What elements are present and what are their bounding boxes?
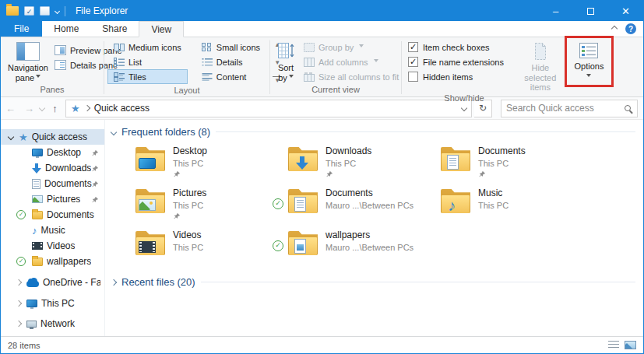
sidebar-item-documents-synced[interactable]: ✓ Documents xyxy=(1,207,104,223)
group-by-button[interactable]: Group by xyxy=(300,40,403,54)
qat-new-folder-button[interactable] xyxy=(40,6,50,16)
tab-share[interactable]: Share xyxy=(90,21,139,37)
small-icons-label: Small icons xyxy=(216,43,260,52)
layout-details-button[interactable]: Details xyxy=(195,54,266,69)
address-dropdown-chevron-icon[interactable] xyxy=(461,105,467,111)
navigation-pane-label2: pane xyxy=(16,73,34,82)
options-icon xyxy=(579,42,599,59)
caption-buttons: – ✕ xyxy=(538,1,643,21)
sort-by-icon xyxy=(277,42,294,61)
search-icon[interactable] xyxy=(625,105,631,111)
layout-medium-icons-button[interactable]: Medium icons xyxy=(107,40,188,54)
tab-view[interactable]: View xyxy=(139,21,184,37)
tile-name: Videos xyxy=(173,230,203,242)
layout-tiles-button[interactable]: Tiles xyxy=(107,69,188,84)
status-bar: 28 items xyxy=(1,336,643,353)
expander-right-icon[interactable] xyxy=(16,321,22,327)
tile-wallpapers[interactable]: ✓ wallpapers Mauro ...\Between PCs xyxy=(274,229,422,266)
tile-documents[interactable]: Documents This PC xyxy=(427,145,575,182)
sidebar-item-quick-access[interactable]: ★ Quick access xyxy=(1,129,104,145)
sidebar-item-label: Documents xyxy=(47,209,94,220)
sidebar-item-pictures[interactable]: Pictures xyxy=(1,191,104,207)
qat-customize-chevron-icon[interactable] xyxy=(55,8,60,13)
tile-videos[interactable]: Videos This PC xyxy=(121,229,269,266)
items-count: 28 items xyxy=(8,341,40,350)
tile-pictures[interactable]: Pictures This PC xyxy=(121,187,269,224)
layout-list-button[interactable]: List xyxy=(107,54,188,69)
section-expand-icon[interactable] xyxy=(111,279,117,285)
hide-selected-items-button[interactable]: Hide selected items xyxy=(516,40,565,93)
options-button[interactable]: Options xyxy=(569,40,609,79)
sidebar-item-videos[interactable]: Videos xyxy=(1,238,104,254)
sidebar-item-desktop[interactable]: Desktop xyxy=(1,145,104,160)
expander-down-icon[interactable] xyxy=(8,134,14,140)
recent-files-header[interactable]: Recent files (20) xyxy=(109,276,635,288)
sidebar-item-label: OneDrive - Family xyxy=(43,277,100,288)
breadcrumb-chevron-icon[interactable] xyxy=(83,105,90,111)
expander-right-icon[interactable] xyxy=(16,279,22,286)
section-collapse-icon[interactable] xyxy=(111,128,117,135)
hidden-items-checkbox[interactable]: Hidden items xyxy=(406,69,516,84)
add-columns-button[interactable]: Add columns xyxy=(300,54,403,69)
sidebar-item-network[interactable]: Network xyxy=(1,316,104,331)
sidebar-item-music[interactable]: ♪ Music xyxy=(1,223,104,238)
tile-desktop[interactable]: Desktop This PC xyxy=(121,145,269,182)
details-view-toggle[interactable] xyxy=(608,341,619,349)
sidebar-item-documents[interactable]: Documents xyxy=(1,176,104,191)
tile-name: Documents xyxy=(478,145,526,158)
medium-icons-icon xyxy=(114,43,125,52)
pin-icon xyxy=(91,164,99,175)
sidebar-item-onedrive[interactable]: OneDrive - Family xyxy=(1,275,104,290)
navigation-pane-button[interactable]: Navigation pane xyxy=(5,40,51,82)
forward-button[interactable]: → xyxy=(21,103,37,114)
size-all-columns-button[interactable]: Size all columns to fit xyxy=(300,69,403,84)
item-check-boxes-checkbox[interactable]: ✓ Item check boxes xyxy=(406,40,516,54)
section-divider xyxy=(201,282,635,282)
sidebar-item-label: Documents xyxy=(44,178,92,189)
videos-icon xyxy=(32,242,43,250)
tile-name: Downloads xyxy=(326,145,371,158)
tile-documents-synced[interactable]: ✓ Documents Mauro ...\Between PCs xyxy=(274,187,422,224)
sidebar-item-wallpapers[interactable]: ✓ wallpapers xyxy=(1,254,104,269)
expander-right-icon[interactable] xyxy=(16,300,22,307)
file-name-extensions-checkbox[interactable]: ✓ File name extensions xyxy=(406,54,516,69)
list-icon xyxy=(114,58,125,67)
add-columns-label: Add columns xyxy=(318,58,368,67)
back-button[interactable]: ← xyxy=(2,103,19,114)
qat-separator xyxy=(65,6,65,16)
collapse-ribbon-icon[interactable] xyxy=(611,26,618,32)
layout-small-icons-button[interactable]: Small icons xyxy=(195,40,266,54)
frequent-folders-header[interactable]: Frequent folders (8) xyxy=(109,126,635,138)
small-icons-icon xyxy=(202,43,213,52)
quick-access-star-icon: ★ xyxy=(71,103,80,114)
pin-icon xyxy=(326,170,371,182)
tile-location: This PC xyxy=(478,200,509,211)
documents-folder-icon xyxy=(288,189,318,213)
sidebar-item-this-pc[interactable]: This PC xyxy=(1,296,104,311)
up-button[interactable]: ↑ xyxy=(47,103,63,114)
ribbon-group-current-view: Sort by Group by Add columns Size all co… xyxy=(270,39,401,96)
recent-locations-chevron-icon[interactable] xyxy=(39,105,45,111)
tab-home[interactable]: Home xyxy=(42,21,90,37)
help-icon[interactable]: ? xyxy=(625,23,636,34)
layout-content-button[interactable]: Content xyxy=(195,69,266,84)
qat-properties-button[interactable] xyxy=(24,6,34,16)
details-pane-icon xyxy=(55,60,66,70)
maximize-button[interactable] xyxy=(573,1,608,21)
file-name-extensions-label: File name extensions xyxy=(423,58,504,67)
sort-by-button[interactable]: Sort by xyxy=(275,40,297,82)
tile-music[interactable]: ♪ Music This PC xyxy=(427,187,575,224)
layout-group-label: Layout xyxy=(104,85,269,97)
tiles-label: Tiles xyxy=(128,72,146,82)
dropdown-triangle-icon xyxy=(289,75,294,80)
minimize-button[interactable]: – xyxy=(538,1,573,21)
dropdown-triangle-icon xyxy=(586,74,591,79)
pin-icon xyxy=(173,212,206,224)
sync-status-icon: ✓ xyxy=(16,257,26,266)
tab-file[interactable]: File xyxy=(1,21,42,37)
close-button[interactable]: ✕ xyxy=(608,1,643,21)
large-icons-view-toggle[interactable] xyxy=(625,341,636,349)
sidebar-item-downloads[interactable]: Downloads xyxy=(1,160,104,176)
breadcrumb-location[interactable]: Quick access xyxy=(94,103,150,114)
tile-downloads[interactable]: Downloads This PC xyxy=(274,145,422,182)
